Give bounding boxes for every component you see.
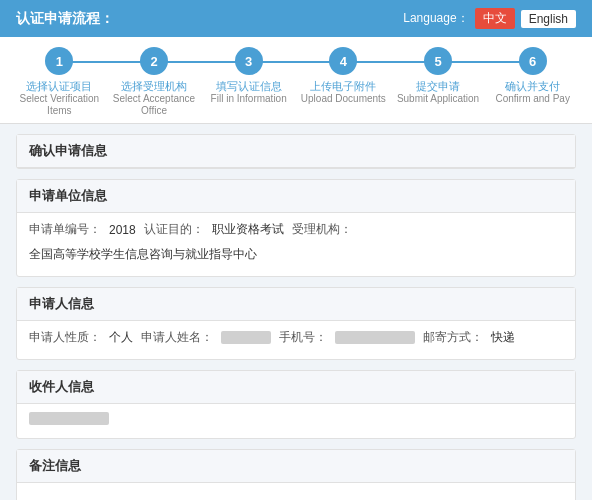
- remark-card: 备注信息: [16, 449, 576, 500]
- name-value-blurred: [221, 331, 271, 344]
- step-en-5: Submit Application: [397, 93, 479, 105]
- step-en-2: Select Acceptance Office: [107, 93, 202, 117]
- step-en-4: Upload Documents: [301, 93, 386, 105]
- remark-body: [17, 483, 575, 500]
- apply-unit-body: 申请单编号： 2018 认证目的： 职业资格考试 受理机构： 全国高等学校学生信…: [17, 213, 575, 276]
- remark-title: 备注信息: [17, 450, 575, 483]
- type-label: 申请人性质：: [29, 329, 101, 346]
- step-circle-5: 5: [424, 47, 452, 75]
- name-label: 申请人姓名：: [141, 329, 213, 346]
- step-cn-2: 选择受理机构: [121, 79, 187, 93]
- top-bar: 认证申请流程： Language： 中文 English: [0, 0, 592, 37]
- address-label: 邮寄方式：: [423, 329, 483, 346]
- recipient-value-blurred: [29, 412, 109, 425]
- step-en-6: Confirm and Pay: [495, 93, 569, 105]
- step-item-2: 2 选择受理机构 Select Acceptance Office: [107, 47, 202, 117]
- step-item-1: 1 选择认证项目 Select Verification Items: [12, 47, 107, 117]
- language-label: Language：: [403, 10, 468, 27]
- step-item-5: 5 提交申请 Submit Application: [391, 47, 486, 105]
- phone-label: 手机号：: [279, 329, 327, 346]
- step-item-3: 3 填写认证信息 Fill in Information: [201, 47, 296, 105]
- type-value: 个人: [109, 329, 133, 346]
- recipient-title: 收件人信息: [17, 371, 575, 404]
- office-value: 全国高等学校学生信息咨询与就业指导中心: [29, 246, 257, 263]
- step-item-4: 4 上传电子附件 Upload Documents: [296, 47, 391, 105]
- applicant-row: 申请人性质： 个人 申请人姓名： 手机号： 邮寄方式： 快递: [29, 329, 563, 346]
- step-en-3: Fill in Information: [211, 93, 287, 105]
- step-circle-3: 3: [235, 47, 263, 75]
- step-cn-5: 提交申请: [416, 79, 460, 93]
- page-title: 认证申请流程：: [16, 10, 114, 28]
- step-circle-1: 1: [45, 47, 73, 75]
- cert-purpose-label: 认证目的：: [144, 221, 204, 238]
- recipient-body: [17, 404, 575, 438]
- step-item-6: 6 确认并支付 Confirm and Pay: [485, 47, 580, 105]
- phone-value-blurred: [335, 331, 415, 344]
- address-value: 快递: [491, 329, 515, 346]
- step-cn-4: 上传电子附件: [310, 79, 376, 93]
- cert-purpose-value: 职业资格考试: [212, 221, 284, 238]
- order-row: 申请单编号： 2018 认证目的： 职业资格考试 受理机构： 全国高等学校学生信…: [29, 221, 563, 263]
- step-circle-2: 2: [140, 47, 168, 75]
- order-value: 2018: [109, 223, 136, 237]
- main-content: 确认申请信息 申请单位信息 申请单编号： 2018 认证目的： 职业资格考试 受…: [0, 124, 592, 500]
- step-en-1: Select Verification Items: [12, 93, 107, 117]
- apply-unit-card: 申请单位信息 申请单编号： 2018 认证目的： 职业资格考试 受理机构： 全国…: [16, 179, 576, 277]
- applicant-title: 申请人信息: [17, 288, 575, 321]
- language-switcher: Language： 中文 English: [403, 8, 576, 29]
- applicant-body: 申请人性质： 个人 申请人姓名： 手机号： 邮寄方式： 快递: [17, 321, 575, 359]
- office-label: 受理机构：: [292, 221, 352, 238]
- step-circle-6: 6: [519, 47, 547, 75]
- steps-container: 1 选择认证项目 Select Verification Items 2 选择受…: [0, 37, 592, 124]
- lang-en-button[interactable]: English: [521, 10, 576, 28]
- applicant-card: 申请人信息 申请人性质： 个人 申请人姓名： 手机号： 邮寄方式： 快递: [16, 287, 576, 360]
- order-label: 申请单编号：: [29, 221, 101, 238]
- step-cn-1: 选择认证项目: [26, 79, 92, 93]
- confirm-header-card: 确认申请信息: [16, 134, 576, 169]
- lang-cn-button[interactable]: 中文: [475, 8, 515, 29]
- recipient-row: [29, 412, 563, 425]
- step-cn-3: 填写认证信息: [216, 79, 282, 93]
- recipient-card: 收件人信息: [16, 370, 576, 439]
- step-circle-4: 4: [329, 47, 357, 75]
- steps-row: 1 选择认证项目 Select Verification Items 2 选择受…: [12, 47, 580, 117]
- step-cn-6: 确认并支付: [505, 79, 560, 93]
- apply-unit-title: 申请单位信息: [17, 180, 575, 213]
- confirm-section-title: 确认申请信息: [17, 135, 575, 168]
